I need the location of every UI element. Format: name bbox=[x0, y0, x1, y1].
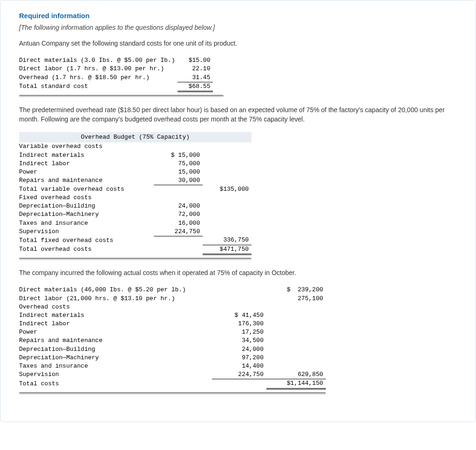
oh-label: Overhead costs bbox=[19, 303, 212, 311]
para-overhead-rate: The predetermined overhead rate ($18.50 … bbox=[19, 106, 457, 124]
actual-row-amt: 275,100 bbox=[266, 295, 326, 303]
budget-row-amt: 24,000 bbox=[154, 202, 203, 210]
standard-cost-table: Direct materials (3.0 Ibs. @ $5.00 per I… bbox=[19, 56, 213, 92]
oh-total: 629,850 bbox=[266, 370, 326, 379]
actual-row-amt: $ 239,200 bbox=[266, 286, 326, 294]
var-head: Variable overhead costs bbox=[19, 142, 251, 151]
std-row-label: Direct labor (1.7 hrs. @ $13.00 per hr.) bbox=[19, 65, 178, 73]
budget-row-amt: 72,000 bbox=[154, 210, 203, 219]
actual-row-label: Indirect labor bbox=[19, 320, 212, 328]
budget-row-label: Depreciation—Building bbox=[19, 202, 154, 210]
fix-head: Fixed overhead costs bbox=[19, 194, 251, 202]
para-actual-costs: The company incurred the following actua… bbox=[19, 269, 457, 278]
budget-row-label: Power bbox=[19, 168, 154, 176]
budget-row-label: Taxes and insurance bbox=[19, 219, 154, 228]
budget-row-amt: 15,000 bbox=[154, 168, 203, 176]
std-row-amt: $15.00 bbox=[178, 56, 213, 65]
divider bbox=[19, 258, 251, 260]
fix-total-amt: 336,750 bbox=[203, 236, 251, 245]
actual-row-label: Depreciation—Machinery bbox=[19, 354, 212, 362]
actual-row-label: Power bbox=[19, 328, 212, 336]
budget-title: Overhead Budget (75% Capacity) bbox=[19, 132, 251, 142]
actual-row-label: Direct materials (46,000 Ibs. @ $5.20 pe… bbox=[19, 286, 212, 294]
actual-row-label: Depreciation—Building bbox=[19, 345, 212, 354]
divider bbox=[19, 95, 224, 97]
budget-row-label: Depreciation—Machinery bbox=[19, 210, 154, 219]
actual-row-label: Taxes and insurance bbox=[19, 362, 212, 370]
std-row-amt: 22.10 bbox=[178, 65, 213, 73]
actual-row-amt: 97,200 bbox=[212, 354, 266, 362]
actual-row-amt: 17,250 bbox=[212, 328, 266, 336]
overhead-budget-table: Overhead Budget (75% Capacity) Variable … bbox=[19, 132, 251, 255]
actual-row-amt: 14,400 bbox=[212, 362, 266, 370]
budget-row-amt: $ 15,000 bbox=[154, 151, 203, 160]
actual-total-label: Total costs bbox=[19, 379, 212, 389]
budget-row-amt: 16,000 bbox=[154, 219, 203, 228]
std-row-label: Direct materials (3.0 Ibs. @ $5.00 per I… bbox=[19, 56, 178, 65]
heading-required-info: Required information bbox=[19, 11, 457, 20]
budget-row-label: Repairs and maintenance bbox=[19, 176, 154, 185]
budget-row-label: Indirect labor bbox=[19, 160, 154, 168]
grand-label: Total overhead costs bbox=[19, 245, 154, 254]
std-row-amt: 31.45 bbox=[178, 74, 213, 82]
para-standard-costs: Antuan Company set the following standar… bbox=[19, 39, 457, 48]
std-total-amt: $68.55 bbox=[178, 82, 213, 91]
grand-amt: $471,750 bbox=[203, 245, 251, 254]
budget-row-amt: 30,000 bbox=[154, 176, 203, 185]
intro-italic: [The following information applies to th… bbox=[19, 23, 457, 33]
std-total-label: Total standard cost bbox=[19, 82, 178, 91]
budget-row-amt: 224,750 bbox=[154, 228, 203, 236]
budget-row-amt: 75,000 bbox=[154, 160, 203, 168]
actual-row-amt: 176,300 bbox=[212, 320, 266, 328]
actual-row-amt: 34,500 bbox=[212, 336, 266, 345]
actual-total-amt: $1,144,150 bbox=[266, 379, 326, 389]
fix-total-label: Total fixed overhead costs bbox=[19, 236, 154, 245]
actual-row-label: Indirect materials bbox=[19, 311, 212, 320]
actual-row-label: Direct labor (21,000 hrs. @ $13.10 per h… bbox=[19, 295, 212, 303]
std-row-label: Overhead (1.7 hrs. @ $18.50 per hr.) bbox=[19, 74, 178, 82]
actual-costs-table: Direct materials (46,000 Ibs. @ $5.20 pe… bbox=[19, 286, 326, 389]
budget-row-label: Indirect materials bbox=[19, 151, 154, 160]
divider bbox=[19, 392, 326, 395]
actual-row-label: Repairs and maintenance bbox=[19, 336, 212, 345]
actual-row-amt: 224,750 bbox=[212, 370, 266, 379]
budget-row-label: Supervision bbox=[19, 228, 154, 236]
actual-row-amt: 24,000 bbox=[212, 345, 266, 354]
var-total-amt: $135,000 bbox=[203, 185, 251, 194]
var-total-label: Total variable overhead costs bbox=[19, 185, 154, 194]
actual-row-amt: $ 41,450 bbox=[212, 311, 266, 320]
actual-row-label: Supervision bbox=[19, 370, 212, 379]
